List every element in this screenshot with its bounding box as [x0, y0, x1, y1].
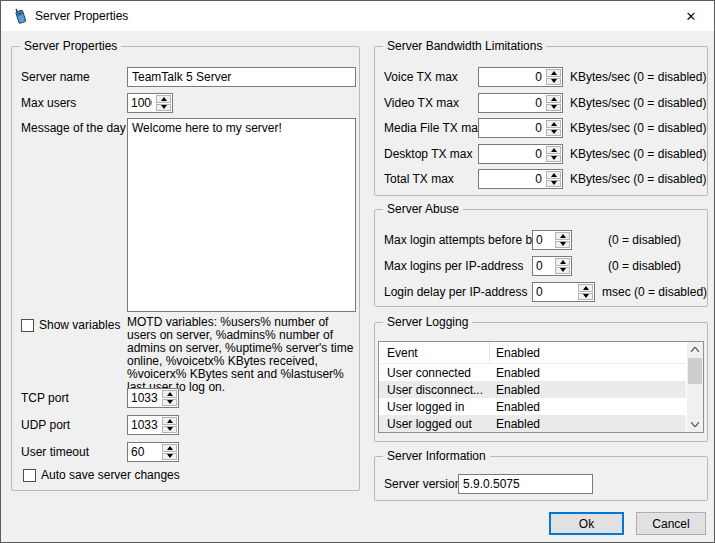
tcp-port-label: TCP port	[21, 388, 69, 408]
max-login-attempts-input[interactable]	[533, 231, 554, 249]
tcp-port-spinbox[interactable]	[127, 388, 179, 408]
tcp-port-input[interactable]	[128, 389, 161, 407]
event-cell: User logged out	[379, 417, 489, 431]
spin-up-button[interactable]	[162, 444, 177, 452]
spin-up-button[interactable]	[555, 258, 570, 266]
arrow-down-icon	[551, 130, 557, 134]
login-delay-suffix: msec (0 = disabled)	[602, 282, 707, 302]
user-timeout-input[interactable]	[128, 443, 161, 461]
login-delay-label: Login delay per IP-address	[384, 282, 527, 302]
spin-down-button[interactable]	[578, 293, 593, 301]
spin-up-button[interactable]	[156, 95, 171, 103]
spin-down-button[interactable]	[546, 129, 561, 137]
scroll-up-button[interactable]	[687, 342, 703, 357]
spin-up-button[interactable]	[578, 284, 593, 292]
max-login-attempts-spinbox[interactable]	[532, 230, 572, 250]
video-tx-label: Video TX max	[384, 93, 459, 113]
voice-tx-suffix: KBytes/sec (0 = disabled)	[570, 67, 706, 87]
video-tx-input[interactable]	[479, 94, 545, 112]
mediafile-tx-spinbox[interactable]	[478, 118, 563, 138]
cancel-button[interactable]: Cancel	[636, 512, 706, 535]
spin-up-button[interactable]	[546, 120, 561, 128]
spin-up-button[interactable]	[546, 69, 561, 77]
scroll-down-button[interactable]	[687, 417, 703, 432]
arrow-up-icon	[167, 392, 173, 396]
spin-down-button[interactable]	[546, 155, 561, 163]
ok-button[interactable]: Ok	[549, 512, 624, 535]
auto-save-label: Auto save server changes	[41, 465, 180, 485]
spin-down-button[interactable]	[156, 104, 171, 112]
column-header-event[interactable]: Event	[379, 346, 489, 360]
voice-tx-input[interactable]	[479, 68, 545, 86]
max-users-input[interactable]	[128, 94, 155, 112]
auto-save-checkbox[interactable]	[23, 469, 36, 482]
server-name-input[interactable]	[127, 67, 356, 87]
table-row[interactable]: User disconnect... Enabled	[379, 381, 686, 398]
chevron-up-icon	[691, 347, 699, 352]
spin-up-button[interactable]	[555, 232, 570, 240]
arrow-down-icon	[560, 268, 566, 272]
arrow-down-icon	[551, 156, 557, 160]
max-users-spinbox[interactable]	[127, 93, 173, 113]
event-cell: User connected	[379, 366, 489, 380]
table-row[interactable]: User logged in Enabled	[379, 398, 686, 415]
server-version-label: Server version	[384, 474, 461, 494]
spin-down-button[interactable]	[162, 453, 177, 461]
udp-port-input[interactable]	[128, 416, 161, 434]
total-tx-spinbox[interactable]	[478, 169, 563, 189]
arrow-up-icon	[161, 97, 167, 101]
login-delay-input[interactable]	[533, 283, 577, 301]
spin-up-button[interactable]	[546, 95, 561, 103]
server-properties-dialog: Server Properties ✕ Server Properties Se…	[0, 0, 715, 543]
window-title: Server Properties	[35, 1, 128, 31]
spin-up-button[interactable]	[162, 390, 177, 398]
max-login-attempts-suffix: (0 = disabled)	[608, 230, 681, 250]
arrow-down-icon	[583, 294, 589, 298]
spin-down-button[interactable]	[555, 267, 570, 275]
group-title-server-logging: Server Logging	[383, 315, 472, 329]
mediafile-tx-suffix: KBytes/sec (0 = disabled)	[570, 118, 706, 138]
udp-port-spinbox[interactable]	[127, 415, 179, 435]
total-tx-input[interactable]	[479, 170, 545, 188]
arrow-up-icon	[551, 148, 557, 152]
max-login-attempts-label: Max login attempts before ban	[384, 230, 545, 250]
desktop-tx-input[interactable]	[479, 145, 545, 163]
spin-down-button[interactable]	[555, 241, 570, 249]
login-delay-spinbox[interactable]	[532, 282, 595, 302]
voice-tx-spinbox[interactable]	[478, 67, 563, 87]
table-scrollbar[interactable]	[687, 342, 703, 432]
spin-up-button[interactable]	[546, 146, 561, 154]
mediafile-tx-input[interactable]	[479, 119, 545, 137]
spin-up-button[interactable]	[162, 417, 177, 425]
scrollbar-thumb[interactable]	[688, 358, 702, 384]
chevron-down-icon	[691, 422, 699, 427]
motd-textarea[interactable]: Welcome here to my server!	[127, 118, 356, 312]
spin-down-button[interactable]	[162, 399, 177, 407]
table-row[interactable]: User connected Enabled	[379, 364, 686, 381]
table-row[interactable]: User logged out Enabled	[379, 415, 686, 432]
server-version-input[interactable]	[458, 474, 593, 494]
spin-down-button[interactable]	[546, 180, 561, 188]
video-tx-spinbox[interactable]	[478, 93, 563, 113]
user-timeout-spinbox[interactable]	[127, 442, 179, 462]
enabled-cell: Enabled	[489, 400, 686, 414]
desktop-tx-suffix: KBytes/sec (0 = disabled)	[570, 144, 706, 164]
max-logins-ip-input[interactable]	[533, 257, 554, 275]
spin-up-button[interactable]	[546, 171, 561, 179]
close-button[interactable]: ✕	[668, 1, 714, 31]
arrow-up-icon	[560, 260, 566, 264]
max-logins-ip-spinbox[interactable]	[532, 256, 572, 276]
arrow-up-icon	[167, 419, 173, 423]
arrow-up-icon	[560, 234, 566, 238]
max-users-label: Max users	[21, 93, 76, 113]
column-header-enabled[interactable]: Enabled	[489, 342, 686, 363]
desktop-tx-spinbox[interactable]	[478, 144, 563, 164]
show-variables-checkbox[interactable]	[21, 319, 34, 332]
max-logins-ip-suffix: (0 = disabled)	[608, 256, 681, 276]
total-tx-label: Total TX max	[384, 169, 454, 189]
spin-down-button[interactable]	[546, 104, 561, 112]
arrow-up-icon	[551, 97, 557, 101]
spin-down-button[interactable]	[546, 78, 561, 86]
spin-down-button[interactable]	[162, 426, 177, 434]
arrow-down-icon	[167, 454, 173, 458]
